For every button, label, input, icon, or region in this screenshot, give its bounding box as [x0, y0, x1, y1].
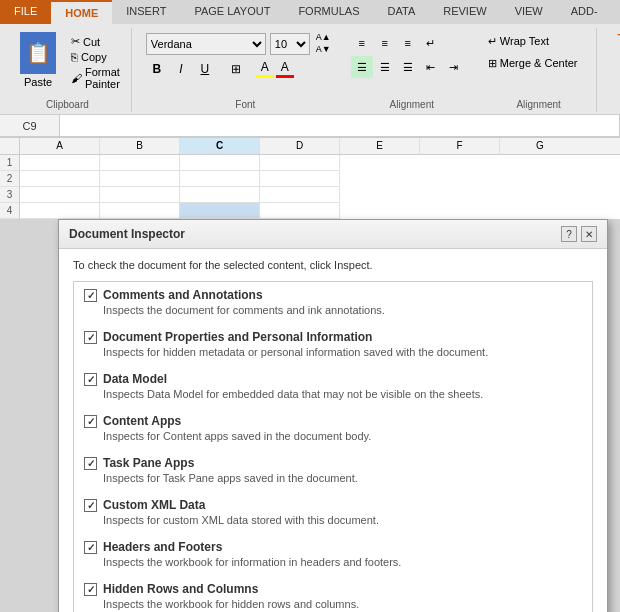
check-label-2: Data Model: [103, 372, 167, 386]
merge-center-button[interactable]: ⊞ Merge & Center: [483, 54, 583, 73]
format-painter-button[interactable]: 🖌 Format Painter: [68, 65, 123, 91]
tab-view[interactable]: VIEW: [501, 0, 557, 24]
align-top-center-button[interactable]: ≡: [374, 32, 396, 54]
align-right-button[interactable]: ☰: [397, 56, 419, 78]
dialog-body: To check the document for the selected c…: [59, 249, 607, 612]
col-header-G[interactable]: G: [500, 138, 580, 154]
cell-A4[interactable]: [20, 203, 100, 219]
check-desc-5: Inspects for custom XML data stored with…: [103, 514, 586, 526]
grid-row-3: [20, 187, 340, 203]
col-header-D[interactable]: D: [260, 138, 340, 154]
cell-A3[interactable]: [20, 187, 100, 203]
font-group-label: Font: [146, 99, 345, 110]
check-row-3: Content Apps: [84, 414, 586, 428]
cell-B3[interactable]: [100, 187, 180, 203]
col-header-F[interactable]: F: [420, 138, 500, 154]
underline-button[interactable]: U: [194, 58, 216, 80]
tab-formulas[interactable]: FORMULAS: [284, 0, 373, 24]
checkbox-5[interactable]: [84, 499, 97, 512]
font-size-increase-button[interactable]: A▲: [314, 32, 333, 43]
ribbon-tabs: FILE HOME INSERT PAGE LAYOUT FORMULAS DA…: [0, 0, 620, 24]
dialog-titlebar: Document Inspector ? ✕: [59, 220, 607, 249]
formula-bar[interactable]: [60, 115, 620, 137]
cell-A1[interactable]: [20, 155, 100, 171]
paste-button[interactable]: 📋 Paste: [12, 28, 64, 92]
font-color-icon: A: [281, 60, 289, 74]
bold-button[interactable]: B: [146, 58, 168, 80]
cell-B1[interactable]: [100, 155, 180, 171]
align-top-right-button[interactable]: ≡: [397, 32, 419, 54]
fill-icon: A: [261, 60, 269, 74]
cell-D4[interactable]: [260, 203, 340, 219]
fill-color-button[interactable]: A: [256, 60, 274, 78]
grid-cells: [20, 155, 340, 219]
dialog-close-button[interactable]: ✕: [581, 226, 597, 242]
border-button[interactable]: ⊞: [225, 58, 247, 80]
check-label-1: Document Properties and Personal Informa…: [103, 330, 372, 344]
check-item-2: Data Model Inspects Data Model for embed…: [74, 372, 586, 400]
tab-home[interactable]: HOME: [51, 0, 112, 24]
col-header-C[interactable]: C: [180, 138, 260, 154]
tab-review[interactable]: REVIEW: [429, 0, 500, 24]
font-size-decrease-button[interactable]: A▼: [314, 44, 333, 55]
checkbox-6[interactable]: [84, 541, 97, 554]
dialog-help-button[interactable]: ?: [561, 226, 577, 242]
dialog-scroll-area[interactable]: Comments and Annotations Inspects the do…: [73, 281, 593, 612]
row-header-1: 1: [0, 155, 20, 171]
tab-data[interactable]: DATA: [374, 0, 430, 24]
check-row-2: Data Model: [84, 372, 586, 386]
font-color-button[interactable]: A: [276, 60, 294, 78]
col-header-B[interactable]: B: [100, 138, 180, 154]
check-item-4: Task Pane Apps Inspects for Task Pane ap…: [74, 456, 586, 484]
copy-icon: ⎘: [71, 51, 78, 63]
copy-button[interactable]: ⎘ Copy: [68, 50, 123, 64]
checkbox-7[interactable]: [84, 583, 97, 596]
cell-B4[interactable]: [100, 203, 180, 219]
wrap-text-button[interactable]: ↵ Wrap Text: [483, 32, 583, 51]
row-headers: 1 2 3 4: [0, 155, 20, 219]
checkbox-2[interactable]: [84, 373, 97, 386]
col-header-E[interactable]: E: [340, 138, 420, 154]
check-label-0: Comments and Annotations: [103, 288, 263, 302]
wrap-text-icon-button[interactable]: ↵: [420, 32, 442, 54]
col-header-A[interactable]: A: [20, 138, 100, 154]
cell-C4-selected[interactable]: [180, 203, 260, 219]
checkbox-0[interactable]: [84, 289, 97, 302]
dialog-controls: ? ✕: [561, 226, 597, 242]
cell-B2[interactable]: [100, 171, 180, 187]
font-name-select[interactable]: Verdana: [146, 33, 266, 55]
cut-button[interactable]: ✂ Cut: [68, 34, 123, 49]
paint-brush-icon: 🖌: [71, 72, 82, 84]
formula-bar-row: C9: [0, 115, 620, 138]
tab-add[interactable]: ADD-: [557, 0, 612, 24]
check-desc-0: Inspects the document for comments and i…: [103, 304, 586, 316]
cell-reference-box[interactable]: C9: [0, 115, 60, 137]
checkbox-3[interactable]: [84, 415, 97, 428]
tab-insert[interactable]: INSERT: [112, 0, 180, 24]
cell-D2[interactable]: [260, 171, 340, 187]
clipboard-group-label: Clipboard: [4, 99, 131, 110]
cell-D3[interactable]: [260, 187, 340, 203]
indent-increase-button[interactable]: ⇥: [443, 56, 465, 78]
align-center-button[interactable]: ☰: [374, 56, 396, 78]
cell-C2[interactable]: [180, 171, 260, 187]
ribbon: FILE HOME INSERT PAGE LAYOUT FORMULAS DA…: [0, 0, 620, 115]
grid-row-1: [20, 155, 340, 171]
cell-D1[interactable]: [260, 155, 340, 171]
row-header-4: 4: [0, 203, 20, 219]
indent-decrease-button[interactable]: ⇤: [420, 56, 442, 78]
italic-button[interactable]: I: [170, 58, 192, 80]
align-left-button[interactable]: ☰: [351, 56, 373, 78]
wrap-merge-group: ↵ Wrap Text ⊞ Merge & Center Alignment: [477, 28, 589, 112]
tab-page-layout[interactable]: PAGE LAYOUT: [180, 0, 284, 24]
cell-A2[interactable]: [20, 171, 100, 187]
font-size-select[interactable]: 10: [270, 33, 310, 55]
cell-C3[interactable]: [180, 187, 260, 203]
check-row-0: Comments and Annotations: [84, 288, 586, 302]
tab-file[interactable]: FILE: [0, 0, 51, 24]
align-top-left-button[interactable]: ≡: [351, 32, 373, 54]
checkbox-1[interactable]: [84, 331, 97, 344]
cell-C1[interactable]: [180, 155, 260, 171]
checkbox-4[interactable]: [84, 457, 97, 470]
cut-label: Cut: [83, 36, 100, 48]
